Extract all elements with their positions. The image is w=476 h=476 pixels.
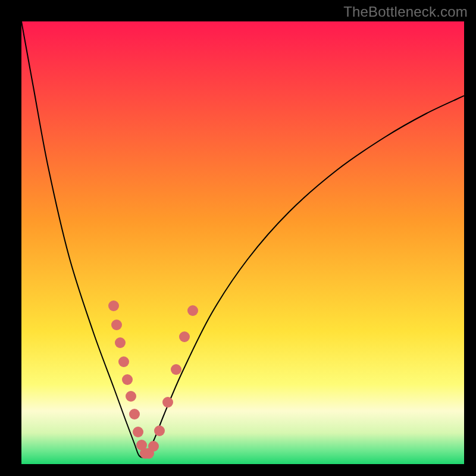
watermark-text: TheBottleneck.com xyxy=(343,4,468,20)
data-point xyxy=(115,337,126,348)
data-point xyxy=(162,397,173,408)
data-point xyxy=(122,374,133,385)
gradient-background xyxy=(21,21,464,464)
data-point xyxy=(129,409,140,419)
chart-svg xyxy=(21,21,464,464)
data-point xyxy=(126,391,136,402)
data-point xyxy=(118,356,129,367)
data-point xyxy=(179,331,190,342)
chart-stage: TheBottleneck.com xyxy=(0,0,476,476)
data-point xyxy=(148,441,159,452)
data-point xyxy=(171,364,181,375)
data-point xyxy=(154,425,165,436)
plot-area xyxy=(21,21,464,464)
data-point xyxy=(111,320,122,330)
data-point xyxy=(108,300,119,311)
data-point xyxy=(187,305,198,316)
data-point xyxy=(133,427,143,437)
